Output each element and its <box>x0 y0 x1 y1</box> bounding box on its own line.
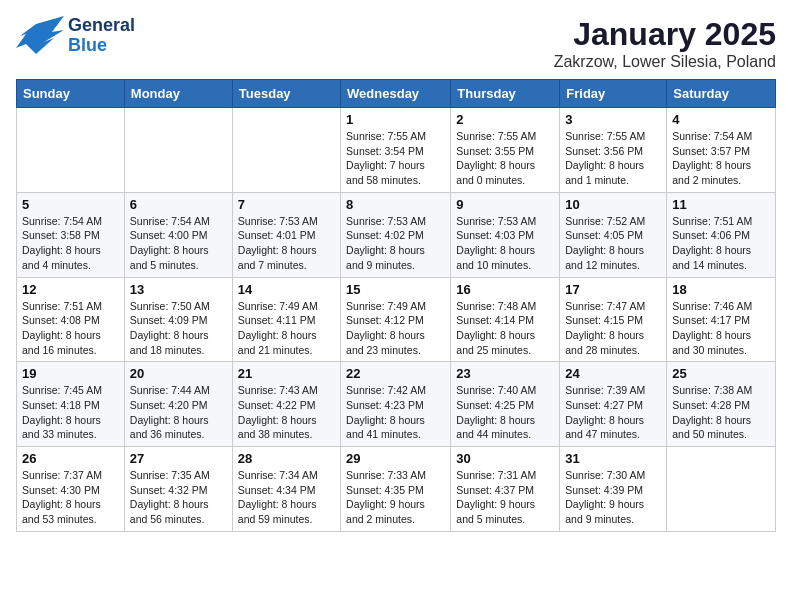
day-number: 22 <box>346 366 445 381</box>
day-number: 23 <box>456 366 554 381</box>
day-number: 4 <box>672 112 770 127</box>
day-number: 21 <box>238 366 335 381</box>
svg-marker-0 <box>16 16 64 54</box>
day-detail: Sunrise: 7:55 AM Sunset: 3:56 PM Dayligh… <box>565 129 661 188</box>
day-cell: 26Sunrise: 7:37 AM Sunset: 4:30 PM Dayli… <box>17 447 125 532</box>
day-cell: 5Sunrise: 7:54 AM Sunset: 3:58 PM Daylig… <box>17 192 125 277</box>
calendar-body: 1Sunrise: 7:55 AM Sunset: 3:54 PM Daylig… <box>17 108 776 532</box>
calendar-subtitle: Zakrzow, Lower Silesia, Poland <box>554 53 776 71</box>
day-cell: 20Sunrise: 7:44 AM Sunset: 4:20 PM Dayli… <box>124 362 232 447</box>
day-number: 11 <box>672 197 770 212</box>
header-day-wednesday: Wednesday <box>341 80 451 108</box>
day-number: 13 <box>130 282 227 297</box>
day-cell: 21Sunrise: 7:43 AM Sunset: 4:22 PM Dayli… <box>232 362 340 447</box>
header: General Blue January 2025 Zakrzow, Lower… <box>16 16 776 71</box>
day-cell: 31Sunrise: 7:30 AM Sunset: 4:39 PM Dayli… <box>560 447 667 532</box>
day-detail: Sunrise: 7:54 AM Sunset: 3:58 PM Dayligh… <box>22 214 119 273</box>
day-detail: Sunrise: 7:53 AM Sunset: 4:01 PM Dayligh… <box>238 214 335 273</box>
day-cell: 28Sunrise: 7:34 AM Sunset: 4:34 PM Dayli… <box>232 447 340 532</box>
day-number: 5 <box>22 197 119 212</box>
day-number: 9 <box>456 197 554 212</box>
day-number: 18 <box>672 282 770 297</box>
day-cell: 11Sunrise: 7:51 AM Sunset: 4:06 PM Dayli… <box>667 192 776 277</box>
day-cell: 27Sunrise: 7:35 AM Sunset: 4:32 PM Dayli… <box>124 447 232 532</box>
day-detail: Sunrise: 7:48 AM Sunset: 4:14 PM Dayligh… <box>456 299 554 358</box>
day-detail: Sunrise: 7:35 AM Sunset: 4:32 PM Dayligh… <box>130 468 227 527</box>
day-cell: 9Sunrise: 7:53 AM Sunset: 4:03 PM Daylig… <box>451 192 560 277</box>
day-number: 29 <box>346 451 445 466</box>
day-detail: Sunrise: 7:45 AM Sunset: 4:18 PM Dayligh… <box>22 383 119 442</box>
day-number: 27 <box>130 451 227 466</box>
day-number: 31 <box>565 451 661 466</box>
header-day-monday: Monday <box>124 80 232 108</box>
day-number: 25 <box>672 366 770 381</box>
day-number: 1 <box>346 112 445 127</box>
day-detail: Sunrise: 7:50 AM Sunset: 4:09 PM Dayligh… <box>130 299 227 358</box>
day-cell: 29Sunrise: 7:33 AM Sunset: 4:35 PM Dayli… <box>341 447 451 532</box>
day-detail: Sunrise: 7:40 AM Sunset: 4:25 PM Dayligh… <box>456 383 554 442</box>
day-detail: Sunrise: 7:49 AM Sunset: 4:12 PM Dayligh… <box>346 299 445 358</box>
day-number: 30 <box>456 451 554 466</box>
day-number: 28 <box>238 451 335 466</box>
day-number: 19 <box>22 366 119 381</box>
day-cell: 10Sunrise: 7:52 AM Sunset: 4:05 PM Dayli… <box>560 192 667 277</box>
day-detail: Sunrise: 7:31 AM Sunset: 4:37 PM Dayligh… <box>456 468 554 527</box>
day-detail: Sunrise: 7:53 AM Sunset: 4:02 PM Dayligh… <box>346 214 445 273</box>
day-cell: 14Sunrise: 7:49 AM Sunset: 4:11 PM Dayli… <box>232 277 340 362</box>
day-cell: 25Sunrise: 7:38 AM Sunset: 4:28 PM Dayli… <box>667 362 776 447</box>
day-cell: 24Sunrise: 7:39 AM Sunset: 4:27 PM Dayli… <box>560 362 667 447</box>
day-detail: Sunrise: 7:33 AM Sunset: 4:35 PM Dayligh… <box>346 468 445 527</box>
day-number: 16 <box>456 282 554 297</box>
header-day-tuesday: Tuesday <box>232 80 340 108</box>
week-row-3: 12Sunrise: 7:51 AM Sunset: 4:08 PM Dayli… <box>17 277 776 362</box>
day-detail: Sunrise: 7:34 AM Sunset: 4:34 PM Dayligh… <box>238 468 335 527</box>
day-detail: Sunrise: 7:46 AM Sunset: 4:17 PM Dayligh… <box>672 299 770 358</box>
day-number: 10 <box>565 197 661 212</box>
calendar-header: SundayMondayTuesdayWednesdayThursdayFrid… <box>17 80 776 108</box>
day-detail: Sunrise: 7:55 AM Sunset: 3:54 PM Dayligh… <box>346 129 445 188</box>
day-number: 8 <box>346 197 445 212</box>
day-detail: Sunrise: 7:44 AM Sunset: 4:20 PM Dayligh… <box>130 383 227 442</box>
day-number: 24 <box>565 366 661 381</box>
logo-blue-text: Blue <box>68 36 135 56</box>
day-cell: 12Sunrise: 7:51 AM Sunset: 4:08 PM Dayli… <box>17 277 125 362</box>
day-detail: Sunrise: 7:42 AM Sunset: 4:23 PM Dayligh… <box>346 383 445 442</box>
title-area: January 2025 Zakrzow, Lower Silesia, Pol… <box>554 16 776 71</box>
day-detail: Sunrise: 7:51 AM Sunset: 4:06 PM Dayligh… <box>672 214 770 273</box>
day-cell: 22Sunrise: 7:42 AM Sunset: 4:23 PM Dayli… <box>341 362 451 447</box>
header-day-saturday: Saturday <box>667 80 776 108</box>
week-row-5: 26Sunrise: 7:37 AM Sunset: 4:30 PM Dayli… <box>17 447 776 532</box>
day-cell: 30Sunrise: 7:31 AM Sunset: 4:37 PM Dayli… <box>451 447 560 532</box>
day-cell: 7Sunrise: 7:53 AM Sunset: 4:01 PM Daylig… <box>232 192 340 277</box>
day-detail: Sunrise: 7:43 AM Sunset: 4:22 PM Dayligh… <box>238 383 335 442</box>
day-detail: Sunrise: 7:55 AM Sunset: 3:55 PM Dayligh… <box>456 129 554 188</box>
day-cell: 23Sunrise: 7:40 AM Sunset: 4:25 PM Dayli… <box>451 362 560 447</box>
calendar-table: SundayMondayTuesdayWednesdayThursdayFrid… <box>16 79 776 532</box>
day-number: 2 <box>456 112 554 127</box>
day-detail: Sunrise: 7:54 AM Sunset: 4:00 PM Dayligh… <box>130 214 227 273</box>
day-detail: Sunrise: 7:47 AM Sunset: 4:15 PM Dayligh… <box>565 299 661 358</box>
day-detail: Sunrise: 7:37 AM Sunset: 4:30 PM Dayligh… <box>22 468 119 527</box>
logo-general-text: General <box>68 16 135 36</box>
day-number: 3 <box>565 112 661 127</box>
header-day-sunday: Sunday <box>17 80 125 108</box>
logo-text: General Blue <box>68 16 135 56</box>
day-cell: 3Sunrise: 7:55 AM Sunset: 3:56 PM Daylig… <box>560 108 667 193</box>
day-detail: Sunrise: 7:49 AM Sunset: 4:11 PM Dayligh… <box>238 299 335 358</box>
day-detail: Sunrise: 7:54 AM Sunset: 3:57 PM Dayligh… <box>672 129 770 188</box>
header-day-thursday: Thursday <box>451 80 560 108</box>
logo: General Blue <box>16 16 135 56</box>
logo-bird-icon <box>16 16 64 56</box>
day-number: 17 <box>565 282 661 297</box>
day-cell: 15Sunrise: 7:49 AM Sunset: 4:12 PM Dayli… <box>341 277 451 362</box>
day-number: 7 <box>238 197 335 212</box>
day-number: 14 <box>238 282 335 297</box>
day-cell: 8Sunrise: 7:53 AM Sunset: 4:02 PM Daylig… <box>341 192 451 277</box>
day-cell: 17Sunrise: 7:47 AM Sunset: 4:15 PM Dayli… <box>560 277 667 362</box>
day-cell: 4Sunrise: 7:54 AM Sunset: 3:57 PM Daylig… <box>667 108 776 193</box>
day-detail: Sunrise: 7:38 AM Sunset: 4:28 PM Dayligh… <box>672 383 770 442</box>
day-cell: 6Sunrise: 7:54 AM Sunset: 4:00 PM Daylig… <box>124 192 232 277</box>
day-cell: 18Sunrise: 7:46 AM Sunset: 4:17 PM Dayli… <box>667 277 776 362</box>
day-cell: 16Sunrise: 7:48 AM Sunset: 4:14 PM Dayli… <box>451 277 560 362</box>
day-detail: Sunrise: 7:30 AM Sunset: 4:39 PM Dayligh… <box>565 468 661 527</box>
